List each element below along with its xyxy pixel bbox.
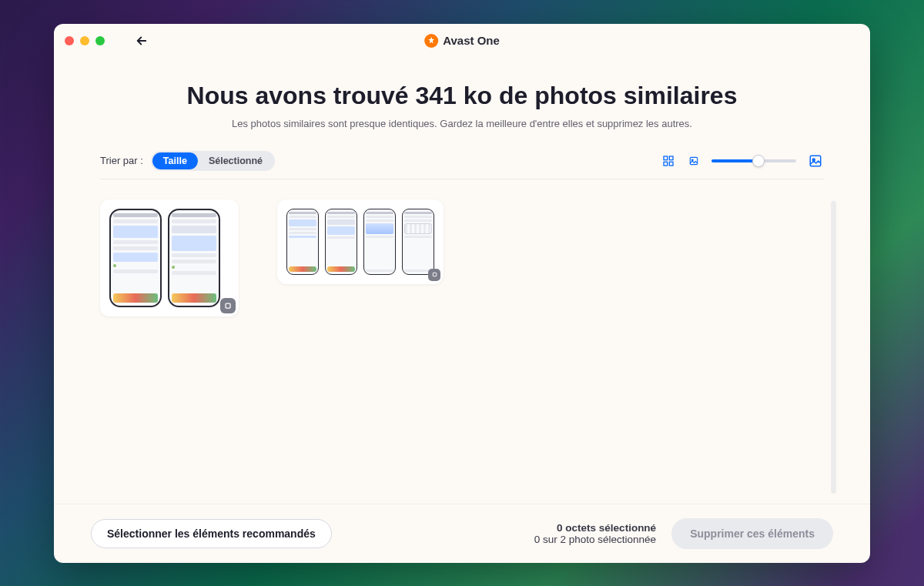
thumbnail[interactable] bbox=[325, 209, 357, 275]
count-selected: 0 sur 2 photo sélectionnée bbox=[534, 534, 656, 545]
toolbar: Trier par : Taille Sélectionné bbox=[54, 142, 870, 179]
photo-group-2[interactable] bbox=[277, 199, 444, 284]
stack-icon bbox=[223, 301, 233, 310]
image-large-icon bbox=[808, 154, 822, 168]
heading-after: de photos similaires bbox=[492, 82, 737, 109]
footer-right: 0 octets sélectionné 0 sur 2 photo sélec… bbox=[534, 518, 833, 549]
bytes-selected: 0 octets sélectionné bbox=[534, 522, 656, 534]
svg-rect-3 bbox=[669, 162, 673, 166]
svg-rect-2 bbox=[664, 162, 668, 166]
brand: Avast One bbox=[424, 34, 500, 48]
delete-selected-button[interactable]: Supprimer ces éléments bbox=[671, 518, 833, 549]
thumbnail[interactable] bbox=[286, 209, 319, 275]
heading-before: Nous avons trouvé bbox=[187, 82, 416, 109]
thumbnail-large-button[interactable] bbox=[807, 152, 824, 169]
svg-rect-0 bbox=[664, 156, 668, 160]
sort-segmented: Taille Sélectionné bbox=[151, 151, 275, 171]
slider-fill bbox=[711, 159, 758, 162]
svg-rect-8 bbox=[226, 303, 230, 308]
page-header: Nous avons trouvé 341 ko de photos simil… bbox=[54, 58, 870, 142]
thumbnail[interactable] bbox=[402, 209, 434, 275]
arrow-left-icon bbox=[135, 34, 149, 48]
selection-checkbox[interactable] bbox=[428, 269, 440, 281]
thumbnail-small-button[interactable] bbox=[687, 154, 701, 168]
photo-groups bbox=[100, 199, 824, 316]
sort-controls: Trier par : Taille Sélectionné bbox=[100, 151, 275, 171]
select-recommended-button[interactable]: Sélectionner les éléments recommandés bbox=[91, 519, 332, 548]
svg-rect-4 bbox=[690, 157, 697, 164]
back-button[interactable] bbox=[132, 32, 151, 50]
grid-icon bbox=[662, 155, 675, 167]
thumbnail-size-slider[interactable] bbox=[711, 159, 796, 162]
sort-by-size-button[interactable]: Taille bbox=[152, 152, 198, 169]
results-area bbox=[54, 179, 870, 504]
svg-rect-9 bbox=[433, 273, 437, 277]
grid-view-button[interactable] bbox=[661, 153, 676, 169]
page-subtitle: Les photos similaires sont presque ident… bbox=[85, 118, 839, 129]
sort-by-selected-button[interactable]: Sélectionné bbox=[198, 152, 273, 169]
brand-name: Avast One bbox=[443, 34, 500, 47]
page-title: Nous avons trouvé 341 ko de photos simil… bbox=[85, 81, 839, 110]
titlebar: Avast One bbox=[54, 24, 870, 58]
selection-checkbox[interactable] bbox=[220, 298, 236, 313]
sort-label: Trier par : bbox=[100, 155, 143, 166]
stack-icon bbox=[431, 271, 438, 278]
svg-rect-1 bbox=[669, 156, 673, 160]
maximize-window-button[interactable] bbox=[95, 36, 105, 45]
close-window-button[interactable] bbox=[65, 36, 74, 45]
slider-thumb[interactable] bbox=[752, 155, 765, 167]
heading-emphasis: 341 ko bbox=[416, 81, 493, 110]
footer: Sélectionner les éléments recommandés 0 … bbox=[54, 504, 870, 563]
selection-status: 0 octets sélectionné 0 sur 2 photo sélec… bbox=[534, 522, 656, 545]
brand-logo-icon bbox=[424, 34, 438, 48]
photo-group-1[interactable] bbox=[100, 199, 239, 316]
scrollbar[interactable] bbox=[831, 201, 836, 494]
app-window: Avast One Nous avons trouvé 341 ko de ph… bbox=[54, 24, 870, 563]
window-controls bbox=[65, 36, 105, 45]
image-small-icon bbox=[688, 156, 699, 166]
thumbnail[interactable] bbox=[168, 209, 220, 307]
view-controls bbox=[661, 152, 824, 169]
thumbnail[interactable] bbox=[363, 209, 396, 275]
thumbnail[interactable] bbox=[109, 209, 162, 307]
minimize-window-button[interactable] bbox=[80, 36, 89, 45]
